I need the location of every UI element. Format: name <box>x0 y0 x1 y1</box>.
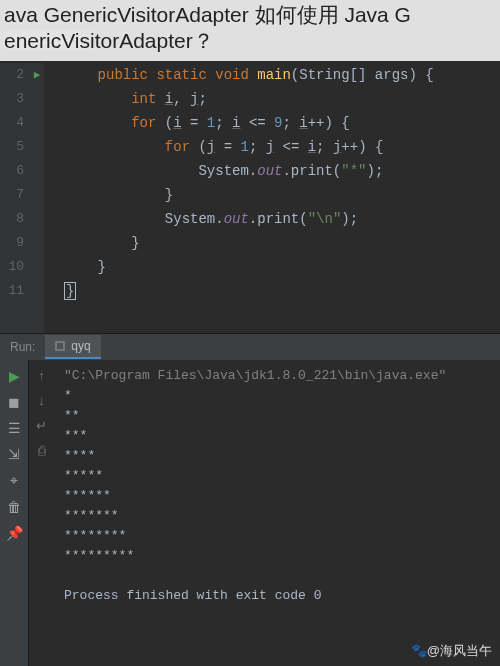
pin-icon[interactable]: 📌 <box>6 525 23 541</box>
console-output[interactable]: "C:\Program Files\Java\jdk1.8.0_221\bin\… <box>54 360 500 666</box>
up-icon[interactable]: ↑ <box>38 368 45 383</box>
print-icon[interactable]: ⎙ <box>38 443 46 458</box>
exit-line: Process finished with exit code 0 <box>64 586 490 606</box>
run-tab-label: qyq <box>71 339 90 353</box>
output-line: ***** <box>64 466 490 486</box>
run-sub-toolbar: ↑ ↓ ↵ ⎙ <box>28 360 54 666</box>
rerun-icon[interactable]: ▶ <box>9 368 20 384</box>
output-line: ****** <box>64 486 490 506</box>
output-line: ********* <box>64 546 490 566</box>
code-editor[interactable]: 23 45 67 89 1011 ▶ public static void ma… <box>0 63 500 333</box>
run-panel-header: Run: qyq <box>0 334 500 360</box>
output-line: * <box>64 386 490 406</box>
overlay-question-title: ava GenericVisitorAdapter 如何使用 Java G en… <box>0 0 500 61</box>
run-gutter-icon[interactable]: ▶ <box>34 69 41 81</box>
line-number-gutter: 23 45 67 89 1011 <box>0 63 30 333</box>
run-tab-qyq[interactable]: qyq <box>45 335 100 359</box>
debug-icon[interactable]: ⌖ <box>10 472 18 489</box>
command-line: "C:\Program Files\Java\jdk1.8.0_221\bin\… <box>64 366 490 386</box>
fold-column: ▶ <box>30 63 44 333</box>
export-icon[interactable]: ⇲ <box>8 446 20 462</box>
run-config-icon <box>55 341 65 351</box>
watermark: 🐾@海风当午 <box>411 642 492 660</box>
run-panel: Run: qyq ▶ ◼ ☰ ⇲ ⌖ 🗑 📌 ↑ ↓ ↵ ⎙ "C:\Progr… <box>0 333 500 666</box>
output-line: ** <box>64 406 490 426</box>
run-toolbar: ▶ ◼ ☰ ⇲ ⌖ 🗑 📌 <box>0 360 28 666</box>
wrap-icon[interactable]: ↵ <box>36 418 47 433</box>
down-icon[interactable]: ↓ <box>38 393 45 408</box>
layout-icon[interactable]: ☰ <box>8 420 21 436</box>
code-area[interactable]: public static void main(String[] args) {… <box>44 63 500 333</box>
output-line: *** <box>64 426 490 446</box>
trash-icon[interactable]: 🗑 <box>7 499 21 515</box>
run-label: Run: <box>0 340 45 354</box>
output-line: **** <box>64 446 490 466</box>
paw-icon: 🐾 <box>411 643 427 658</box>
output-line: ******* <box>64 506 490 526</box>
output-line: ******** <box>64 526 490 546</box>
stop-icon[interactable]: ◼ <box>8 394 20 410</box>
